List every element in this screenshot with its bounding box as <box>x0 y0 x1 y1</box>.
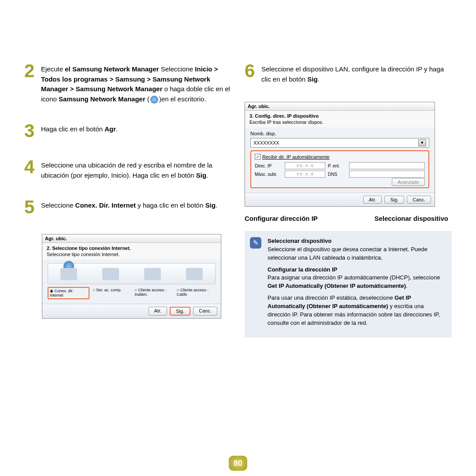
wizard-desc: Seleccione tipo conexión Internet. <box>42 252 221 260</box>
cancel-button[interactable]: Canc. <box>193 307 217 316</box>
step-3: 3 Haga clic en el botón Agr. <box>24 122 231 140</box>
radio-label: Conex. dir. Internet <box>50 289 74 298</box>
auto-ip-checkbox[interactable]: ✓ Recibir dir. IP automáticamente <box>255 154 425 160</box>
advanced-row: Avanzado <box>255 179 425 185</box>
text: . <box>318 75 320 83</box>
button-bar: Atr. Sig. Canc. <box>245 193 435 206</box>
note-heading: Configurar la dirección IP <box>268 266 337 273</box>
note-heading: Seleccionar dispositivo <box>268 238 331 244</box>
button-bar: Atr. Sig. Canc. <box>42 304 221 318</box>
bold: Sig <box>307 75 317 83</box>
radio-label: Cliente acceso - Cable <box>177 288 208 297</box>
radio-shared[interactable]: ○ Ser. ac. comp. <box>91 287 131 299</box>
checkbox-label: Recibir dir. IP automáticamente <box>262 154 330 160</box>
window-title: Agr. ubic. <box>245 102 435 111</box>
back-button[interactable]: Atr. <box>149 307 167 316</box>
device-value: XXXXXXXX <box>253 140 279 145</box>
note-text: Para usar una dirección IP estática, des… <box>268 294 394 301</box>
callout-select-device: Seleccionar dispositivo <box>374 215 448 222</box>
radio-cable-client[interactable]: ○ Cliente acceso - Cable <box>175 287 216 299</box>
note-box: ✎ Seleccionar dispositivo Seleccione el … <box>245 231 452 338</box>
step-number: 6 <box>245 62 261 84</box>
bold: Conex. Dir. Internet <box>75 201 136 209</box>
label: Másc. subr. <box>255 172 282 177</box>
text: Ejecute <box>41 65 65 73</box>
text: . <box>216 201 217 209</box>
checkbox-icon: ✓ <box>255 154 260 160</box>
note-section: Seleccionar dispositivo Seleccione el di… <box>268 237 445 262</box>
bold: Sig <box>196 171 206 179</box>
ip-field[interactable]: 0 0 . 0 . 0 <box>285 162 325 169</box>
computer-icon <box>144 268 161 280</box>
mask-row: Másc. subr. 0 0 . 0 . 0 DNS <box>255 171 425 178</box>
wizard-step-label: 2. Seleccione tipo conexión Internet. <box>42 243 221 252</box>
step-number: 4 <box>24 158 41 180</box>
back-button[interactable]: Atr. <box>363 196 382 204</box>
note-text: Seleccione el dispositivo que desea cone… <box>268 246 428 261</box>
radio-label: Ser. ac. comp. <box>96 288 122 292</box>
step-4: 4 Seleccione una ubicación de red y escr… <box>24 158 231 180</box>
step-6: 6 Seleccione el dispositivo LAN, configu… <box>245 62 452 84</box>
note-text: . <box>406 283 408 289</box>
callout-labels: Configurar dirección IP Seleccionar disp… <box>245 215 452 222</box>
wizard-body: ◉ Conex. dir. Internet ○ Ser. ac. comp. … <box>42 260 221 304</box>
step-2: 2 Ejecute el Samsung Network Manager Sel… <box>24 62 231 104</box>
text: . <box>116 125 118 133</box>
computer-icon <box>186 268 203 280</box>
gateway-field[interactable] <box>349 162 425 169</box>
left-column: 2 Ejecute el Samsung Network Manager Sel… <box>24 62 231 338</box>
computer-icon <box>102 268 119 280</box>
advanced-button[interactable]: Avanzado <box>392 178 425 186</box>
next-button[interactable]: Sig. <box>384 196 404 204</box>
note-section: Para usar una dirección IP estática, des… <box>268 294 445 327</box>
radio-direct-internet[interactable]: ◉ Conex. dir. Internet <box>48 287 89 299</box>
step-body: Seleccione una ubicación de red y escrib… <box>41 158 231 180</box>
callout-configure-ip: Configurar dirección IP <box>245 215 318 222</box>
bold: Samsung Network Manager <box>59 95 145 103</box>
bold: Sig <box>205 201 216 209</box>
text: en el escritorio. <box>161 95 206 103</box>
text: . <box>206 171 208 179</box>
bold: Agr <box>104 125 116 133</box>
step-body: Seleccione el dispositivo LAN, configure… <box>261 62 452 84</box>
screenshot-connection-type: Agr. ubic. 2. Seleccione tipo conexión I… <box>42 234 221 319</box>
ip-row: Direc. IP 0 0 . 0 . 0 P. enl. <box>255 162 425 169</box>
text: Seleccione una ubicación de red y escrib… <box>41 161 212 179</box>
chevron-down-icon: ▾ <box>418 139 426 146</box>
text: Seleccione <box>41 201 75 209</box>
mask-field[interactable]: 0 0 . 0 . 0 <box>285 171 325 178</box>
next-button[interactable]: Sig. <box>170 307 190 316</box>
step-number: 3 <box>24 122 41 140</box>
label: Direc. IP <box>255 164 282 168</box>
computer-icon <box>60 268 77 280</box>
screenshot-ip-config: Agr. ubic. 3. Config. direc. IP disposit… <box>245 102 435 207</box>
bold: el Samsung Network Manager <box>65 65 159 73</box>
connection-icons <box>48 263 216 284</box>
device-dropdown[interactable]: XXXXXXXX ▾ <box>250 138 429 148</box>
text: Haga clic en el botón <box>41 125 104 133</box>
right-column: 6 Seleccione el dispositivo LAN, configu… <box>245 62 452 338</box>
note-text: Para asignar una dirección IP automática… <box>268 274 440 281</box>
cancel-button[interactable]: Canc. <box>407 196 431 204</box>
text: ( <box>145 95 149 103</box>
wizard-body: Nomb. disp. XXXXXXXX ▾ ✓ Recibir dir. IP… <box>245 127 435 193</box>
page-number: 80 <box>229 456 247 471</box>
radio-wireless-client[interactable]: ○ Cliente acceso - Inalám. <box>134 287 174 299</box>
radio-options: ◉ Conex. dir. Internet ○ Ser. ac. comp. … <box>48 287 216 299</box>
step-body: Haga clic en el botón Agr. <box>41 122 118 140</box>
text: Seleccione el dispositivo LAN, configure… <box>261 65 444 83</box>
ip-config-group: ✓ Recibir dir. IP automáticamente Direc.… <box>250 150 429 188</box>
wizard-step-label: 3. Config. direc. IP dispositivo <box>245 111 435 119</box>
step-number: 5 <box>24 198 41 216</box>
step-number: 2 <box>24 62 41 104</box>
page: 2 Ejecute el Samsung Network Manager Sel… <box>0 0 476 338</box>
step-5: 5 Seleccione Conex. Dir. Internet y haga… <box>24 198 231 216</box>
label: DNS <box>328 172 346 177</box>
dns-field[interactable] <box>349 171 425 178</box>
text: y haga clic en el botón <box>136 201 205 209</box>
radio-label: Cliente acceso - Inalám. <box>135 288 167 297</box>
device-label: Nomb. disp. <box>250 131 429 136</box>
note-icon: ✎ <box>250 237 261 249</box>
step-body: Seleccione Conex. Dir. Internet y haga c… <box>41 198 217 216</box>
globe-icon <box>150 96 158 104</box>
